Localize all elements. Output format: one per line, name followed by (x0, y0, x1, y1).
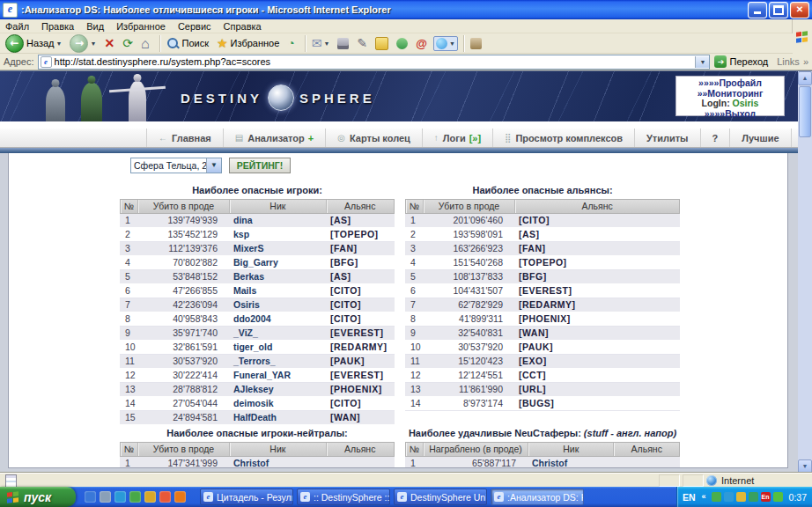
table-row: 165'887'117Christof (405, 457, 680, 468)
table-cell: 30'222'414 (137, 369, 230, 382)
task-button[interactable]: e:Анализатор DS: На... (491, 489, 584, 505)
scrollbar-thumb[interactable] (799, 86, 811, 137)
nav-tab-label: Главная (172, 133, 211, 143)
task-button[interactable]: eЦитадель - Результ... (200, 489, 293, 505)
discuss-button[interactable] (373, 34, 390, 53)
table-row: 1139'749'939dina[AS] (120, 214, 395, 228)
refresh-icon: ⟳ (122, 35, 133, 52)
tray-lang-badge[interactable]: En (761, 492, 771, 502)
address-dropdown-icon[interactable]: ▼ (695, 56, 709, 68)
tray-icon[interactable] (712, 492, 721, 502)
profile-link[interactable]: »»»»Профайл (676, 78, 784, 89)
tray-icon[interactable] (724, 492, 734, 502)
language-indicator[interactable]: EN (683, 492, 696, 503)
task-button[interactable]: eDestinySphere Unlimit... (394, 489, 487, 505)
table-cell: 47'266'855 (137, 284, 230, 298)
table-cell: 5 (405, 270, 423, 283)
back-button[interactable]: ← Назад ▼ (4, 34, 63, 53)
nav-tab[interactable]: ? (700, 129, 730, 147)
mail-dropdown-icon[interactable]: ▼ (324, 40, 330, 47)
vertical-scrollbar[interactable]: ▲ ▼ (798, 71, 812, 474)
close-button[interactable]: ✕ (790, 2, 809, 18)
tool-button[interactable] (469, 34, 484, 53)
favorites-button[interactable]: ★ Избранное (215, 34, 281, 53)
quicklaunch-icon[interactable] (159, 491, 171, 503)
menu-item-справка[interactable]: Справка (224, 21, 262, 32)
scroll-down-button[interactable]: ▼ (798, 459, 812, 474)
forward-dropdown-icon[interactable]: ▼ (90, 40, 96, 47)
quicklaunch-icon[interactable] (114, 491, 126, 503)
table-cell: [WAN] (327, 411, 395, 424)
edit-icon: ✎ (357, 35, 367, 52)
site-banner: DESTINY SPHERE »»»»Профайл »»Мониторинг … (0, 71, 798, 121)
forward-button[interactable]: → ▼ (68, 34, 98, 53)
quicklaunch-icon[interactable] (129, 491, 141, 503)
icq-button[interactable]: ▼ (433, 36, 458, 51)
menu-item-сервис[interactable]: Сервис (178, 21, 211, 32)
rating-button[interactable]: РЕЙТИНГ! (229, 158, 291, 173)
scroll-up-button[interactable]: ▲ (798, 71, 812, 85)
site-nav: ←Главная▤Анализатор+◎Карты колец↑Логи[»]… (0, 129, 798, 148)
links-label[interactable]: Links (777, 56, 800, 67)
nav-tab[interactable]: ←Главная (146, 129, 223, 147)
home-button[interactable]: ⌂ (139, 34, 151, 53)
tray-icon[interactable] (736, 492, 746, 502)
go-button[interactable]: ➔ Переход (714, 55, 768, 68)
nav-tab[interactable]: Лучшие (729, 129, 791, 147)
history-button[interactable]: ◔ (285, 34, 296, 53)
table-row: 932'540'831[WAN] (405, 327, 680, 341)
table-cell: 6 (405, 284, 423, 298)
back-dropdown-icon[interactable]: ▼ (56, 40, 63, 47)
tray-icon[interactable] (773, 492, 783, 502)
hidden-icons-chevron[interactable]: « (699, 492, 709, 502)
menu-item-вид[interactable]: Вид (86, 21, 104, 32)
links-chevron-icon[interactable]: » (803, 56, 808, 67)
menu-item-правка[interactable]: Правка (41, 21, 74, 32)
icq-dropdown-icon[interactable]: ▼ (449, 40, 455, 47)
refresh-button[interactable]: ⟳ (121, 34, 135, 53)
nav-tab-label: ? (712, 133, 719, 143)
stop-button[interactable]: ✕ (102, 34, 116, 53)
minimize-button[interactable] (748, 2, 767, 18)
nav-tab[interactable]: ▤Анализатор+ (223, 129, 325, 147)
task-button[interactable]: e:: DestinySphere :: - ... (297, 489, 390, 505)
sphere-select[interactable]: Сфера Тельца, 2й ур. ▼ (130, 158, 222, 173)
status-cell (683, 474, 704, 487)
address-input[interactable]: e http://stat.destinysphere.ru/system.ph… (38, 55, 711, 70)
nav-tab[interactable]: ↑Логи[»] (422, 129, 492, 147)
column-header: Награблено (в проде) (424, 443, 528, 456)
building-icon (470, 38, 482, 49)
quicklaunch-icon[interactable] (100, 491, 111, 503)
tray-icon[interactable] (749, 492, 758, 502)
task-button-label: DestinySphere Unlimit... (410, 492, 487, 503)
nav-tab[interactable]: ◎Карты колец (325, 129, 422, 147)
edit-button[interactable]: ✎ (355, 34, 369, 53)
quicklaunch-icon[interactable] (144, 491, 156, 503)
table-cell: 13 (120, 383, 137, 396)
panel-background: Сфера Тельца, 2й ур. ▼ РЕЙТИНГ! Наиболее… (0, 153, 798, 474)
sphere-select-value: Сфера Тельца, 2й ур. (131, 160, 206, 171)
menu-item-избранное[interactable]: Избранное (116, 21, 166, 32)
menu-item-файл[interactable]: Файл (5, 21, 29, 32)
search-button[interactable]: Поиск (165, 34, 210, 53)
main-panel: Сфера Тельца, 2й ур. ▼ РЕЙТИНГ! Наиболее… (8, 153, 788, 468)
mail-button[interactable]: ✉ ▼ (310, 34, 332, 53)
print-button[interactable] (336, 34, 351, 53)
neutrals-table-header: №Убито в продеНикАльянс (120, 442, 395, 457)
logout-link[interactable]: »»»»Выход (676, 109, 784, 120)
maximize-button[interactable] (769, 2, 788, 18)
mail-agent-button[interactable]: @ (414, 34, 429, 53)
table-cell: 24'894'581 (137, 411, 230, 424)
quicklaunch-icon[interactable] (85, 491, 96, 503)
select-dropdown-icon[interactable]: ▼ (206, 158, 221, 173)
table-cell: ddo2004 (230, 312, 327, 326)
neutrals-table-title: Наиболее опасные игроки-нейтралы: (120, 428, 395, 442)
nav-tab[interactable]: ⣿Просмотр комплексов (492, 129, 634, 147)
start-button[interactable]: пуск (0, 487, 76, 507)
table-cell: 42'236'094 (137, 298, 230, 312)
quicklaunch-icon[interactable] (174, 491, 186, 503)
nav-tab[interactable]: Утилиты (634, 129, 700, 147)
table-cell: HalfDeath (230, 411, 327, 424)
table-cell: Mails (230, 284, 327, 298)
messenger-button[interactable] (395, 34, 410, 53)
